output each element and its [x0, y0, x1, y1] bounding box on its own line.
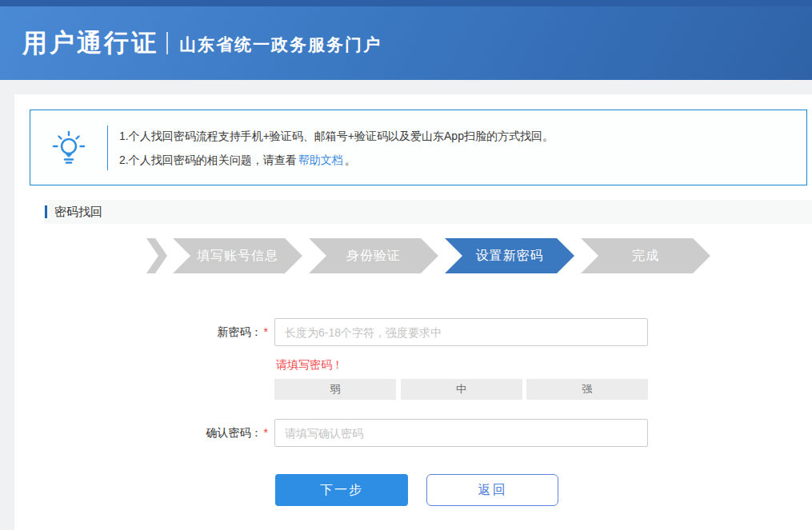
confirm-password-label: 确认密码：* — [30, 419, 268, 447]
password-form: 新密码：* 请填写密码！ 弱 中 强 确认密码：* 下一步 返回 — [30, 318, 812, 506]
main-card: 1.个人找回密码流程支持手机+验证码、邮箱号+验证码以及爱山东App扫脸的方式找… — [14, 94, 812, 530]
back-button[interactable]: 返回 — [426, 474, 558, 506]
step-complete: 完成 — [581, 238, 710, 273]
chevron-lead-icon — [146, 238, 167, 273]
strength-weak: 弱 — [274, 379, 396, 400]
confirm-password-row: 确认密码：* — [30, 419, 812, 447]
next-step-button[interactable]: 下一步 — [275, 474, 408, 506]
notice-line-1: 1.个人找回密码流程支持手机+验证码、邮箱号+验证码以及爱山东App扫脸的方式找… — [119, 124, 554, 148]
app-header: 用户通行证 山东省统一政务服务门户 — [0, 0, 812, 80]
notice-line-2-suffix: 。 — [345, 153, 356, 166]
section-header-password-recovery: 密码找回 — [44, 200, 812, 224]
lightbulb-icon — [30, 130, 107, 166]
strength-strong: 强 — [526, 379, 648, 400]
new-password-row: 新密码：* — [30, 318, 812, 346]
confirm-password-input[interactable] — [274, 419, 648, 447]
strength-medium: 中 — [401, 379, 522, 400]
notice-line-2-text: 2.个人找回密码的相关问题，请查看 — [119, 153, 297, 166]
required-asterisk: * — [264, 325, 268, 338]
page-title: 用户通行证 — [22, 26, 158, 60]
notice-line-2: 2.个人找回密码的相关问题，请查看帮助文档。 — [119, 148, 554, 172]
notice-box: 1.个人找回密码流程支持手机+验证码、邮箱号+验证码以及爱山东App扫脸的方式找… — [30, 110, 807, 185]
password-strength-meter: 弱 中 强 — [274, 379, 648, 400]
help-doc-link[interactable]: 帮助文档 — [298, 153, 343, 166]
form-actions: 下一步 返回 — [275, 474, 812, 506]
section-accent-bar — [45, 205, 47, 218]
portal-subtitle: 山东省统一政务服务门户 — [179, 30, 382, 56]
header-top-strip — [0, 0, 812, 6]
step-fill-account-info: 填写账号信息 — [173, 238, 302, 273]
password-error-message: 请填写密码！ — [276, 357, 812, 373]
new-password-input[interactable] — [274, 318, 648, 346]
step-set-new-password: 设置新密码 — [445, 238, 574, 273]
title-divider — [166, 32, 168, 54]
step-indicator: 填写账号信息 身份验证 设置新密码 完成 — [146, 238, 812, 273]
section-title: 密码找回 — [54, 205, 102, 220]
step-identity-verification: 身份验证 — [309, 238, 438, 273]
required-asterisk: * — [264, 426, 268, 439]
new-password-label: 新密码：* — [30, 318, 268, 346]
